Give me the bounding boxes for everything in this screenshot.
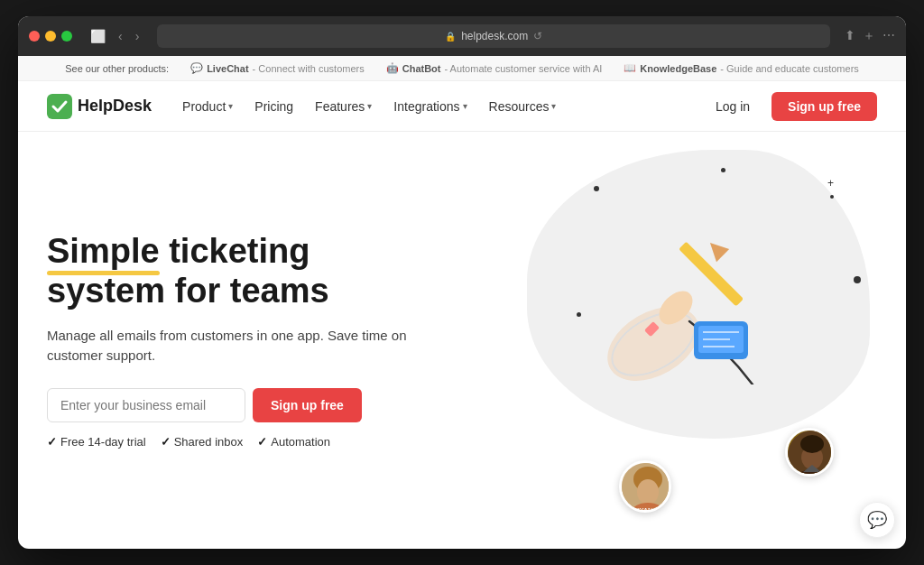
back-button[interactable]: ‹	[115, 27, 126, 45]
nav-integrations[interactable]: Integrations ▾	[384, 92, 476, 121]
knowledgebase-icon: 📖	[624, 62, 636, 74]
livechat-icon: 💬	[190, 62, 203, 74]
dot-3	[830, 195, 834, 199]
navbar: HelpDesk Product ▾ Pricing Features ▾ In…	[18, 81, 906, 132]
browser-actions: ⬆ ＋ ⋯	[845, 28, 895, 44]
nav-product[interactable]: Product ▾	[173, 92, 242, 121]
browser-controls: ⬜ ‹ ›	[87, 27, 143, 45]
address-bar[interactable]: 🔒 helpdesk.com ↺	[157, 24, 830, 48]
browser-chrome: ⬜ ‹ › 🔒 helpdesk.com ↺ ⬆ ＋ ⋯	[18, 16, 906, 56]
maximize-button[interactable]	[61, 31, 72, 42]
top-bar-knowledgebase[interactable]: 📖 KnowledgeBase - Guide and educate cust…	[624, 62, 858, 74]
email-form: Sign up free	[47, 388, 426, 422]
signup-button[interactable]: Sign up free	[772, 92, 877, 121]
hero-left: Simple ticketing system for teams Manage…	[47, 232, 426, 448]
chat-widget[interactable]: 💬	[859, 502, 895, 538]
nav-pricing[interactable]: Pricing	[245, 92, 302, 121]
feature-inbox: ✓ Shared inbox	[161, 435, 244, 449]
logo-icon	[47, 94, 72, 119]
dot-2	[721, 168, 725, 172]
check-icon-automation: ✓	[257, 435, 267, 449]
svg-rect-0	[47, 94, 72, 119]
resources-chevron-icon: ▾	[551, 101, 556, 111]
nav-features[interactable]: Features ▾	[306, 92, 381, 121]
svg-point-19	[800, 435, 824, 453]
traffic-lights	[29, 31, 72, 42]
logo-text: HelpDesk	[78, 97, 152, 116]
features-chevron-icon: ▾	[367, 101, 372, 111]
dot-5	[577, 312, 581, 317]
url-text: helpdesk.com	[461, 30, 528, 42]
hero-signup-button[interactable]: Sign up free	[253, 388, 362, 422]
nav-links: Product ▾ Pricing Features ▾ Integration…	[173, 92, 705, 121]
hero-subtitle: Manage all emails from customers in one …	[47, 326, 426, 366]
hero-title: Simple ticketing system for teams	[47, 232, 426, 310]
lock-icon: 🔒	[445, 32, 456, 42]
browser-window: ⬜ ‹ › 🔒 helpdesk.com ↺ ⬆ ＋ ⋯ See our oth…	[18, 16, 906, 549]
dot-4	[854, 276, 861, 283]
feature-automation: ✓ Automation	[257, 435, 330, 449]
chatbot-icon: 🤖	[386, 62, 399, 74]
top-bar-chatbot[interactable]: 🤖 ChatBot - Automate customer service wi…	[386, 62, 603, 74]
minimize-button[interactable]	[45, 31, 56, 42]
hero-section: Simple ticketing system for teams Manage…	[18, 132, 906, 549]
forward-button[interactable]: ›	[132, 27, 143, 45]
close-button[interactable]	[29, 31, 40, 42]
login-button[interactable]: Log in	[705, 94, 761, 119]
plus-decoration-2: +	[827, 177, 834, 190]
avatar-woman: BRYAN	[619, 460, 671, 513]
svg-text:BRYAN: BRYAN	[631, 507, 652, 513]
hero-title-word-simple: Simple	[47, 232, 160, 272]
nav-right: Log in Sign up free	[705, 92, 877, 121]
product-chevron-icon: ▾	[228, 101, 233, 111]
dot-1	[594, 186, 599, 191]
integrations-chevron-icon: ▾	[463, 101, 467, 111]
feature-trial: ✓ Free 14-day trial	[47, 435, 146, 449]
check-icon-inbox: ✓	[161, 435, 171, 449]
hero-features: ✓ Free 14-day trial ✓ Shared inbox ✓ Aut…	[47, 435, 426, 449]
top-bar-label: See our other products:	[65, 63, 169, 74]
check-icon-trial: ✓	[47, 435, 57, 449]
logo[interactable]: HelpDesk	[47, 94, 152, 119]
svg-marker-5	[704, 236, 729, 262]
share-icon[interactable]: ⬆	[845, 28, 855, 44]
top-bar-livechat[interactable]: 💬 LiveChat - Connect with customers	[190, 62, 365, 74]
nav-resources[interactable]: Resources ▾	[480, 92, 566, 121]
svg-point-14	[637, 479, 659, 505]
avatar-man	[785, 428, 834, 477]
new-tab-icon[interactable]: ＋	[863, 28, 875, 44]
device-svg	[689, 312, 762, 366]
hero-illustration: + +	[437, 132, 906, 549]
top-bar: See our other products: 💬 LiveChat - Con…	[18, 56, 906, 81]
extensions-icon[interactable]: ⋯	[882, 28, 895, 44]
reload-icon[interactable]: ↺	[533, 30, 542, 42]
sidebar-toggle-button[interactable]: ⬜	[87, 27, 109, 45]
email-input[interactable]	[47, 388, 245, 422]
chat-widget-icon: 💬	[867, 510, 887, 530]
